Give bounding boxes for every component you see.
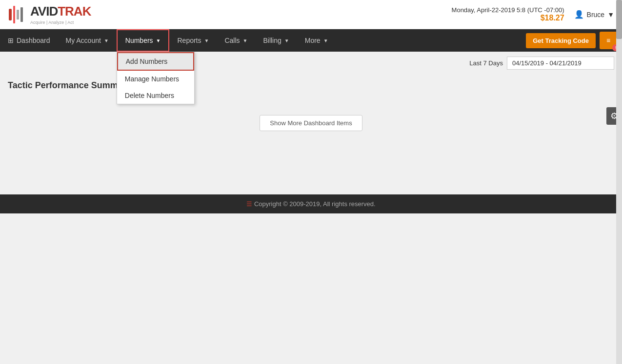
logo-area: AVIDTRAK Acquire | Analyze | Act: [8, 4, 91, 25]
reports-caret: ▼: [204, 38, 209, 43]
svg-rect-1: [13, 6, 15, 23]
nav-billing[interactable]: Billing ▼: [255, 29, 297, 52]
scrollbar-thumb[interactable]: [616, 0, 622, 39]
numbers-caret: ▼: [156, 38, 161, 43]
logo-brand: AVIDTRAK: [30, 4, 91, 19]
footer-icon: ☰: [246, 200, 252, 208]
footer: ☰ Copyright © 2009-2019, All rights rese…: [0, 194, 622, 213]
scrollbar[interactable]: [616, 0, 622, 213]
dropdown-add-numbers[interactable]: Add Numbers: [117, 52, 194, 71]
account-balance: $18.27: [452, 14, 564, 22]
nav-billing-label: Billing: [263, 37, 281, 44]
nav-myaccount-label: My Account: [66, 37, 101, 44]
copyright-text: Copyright © 2009-2019, All rights reserv…: [254, 200, 376, 208]
top-header: AVIDTRAK Acquire | Analyze | Act Monday,…: [0, 0, 622, 29]
date-range-label: Last 7 Days: [469, 59, 503, 67]
user-menu[interactable]: 👤 Bruce ▼: [574, 10, 614, 19]
svg-rect-2: [17, 10, 19, 19]
nav-calls-label: Calls: [224, 37, 240, 44]
datetime: Monday, April-22-2019 5:8 (UTC -07:00): [452, 6, 564, 14]
content-area: Last 7 Days Tactic Performance Summary S…: [0, 52, 622, 155]
nav-numbers-label: Numbers: [125, 37, 153, 44]
billing-caret: ▼: [284, 38, 289, 43]
datetime-balance: Monday, April-22-2019 5:8 (UTC -07:00) $…: [452, 6, 564, 22]
nav-more[interactable]: More ▼: [297, 29, 336, 52]
nav-calls[interactable]: Calls ▼: [217, 29, 255, 52]
dashboard-icon: ⊞: [8, 37, 14, 44]
nav-right: Get Tracking Code ≡ !: [526, 29, 622, 52]
calls-caret: ▼: [243, 38, 248, 43]
logo-icon: [8, 5, 27, 24]
notification-icon: ≡: [606, 37, 610, 44]
svg-rect-3: [20, 7, 23, 22]
tracking-code-button[interactable]: Get Tracking Code: [526, 33, 596, 48]
user-dropdown-caret: ▼: [607, 11, 614, 19]
nav-numbers[interactable]: Numbers ▼: [117, 29, 170, 52]
nav-dashboard-label: Dashboard: [17, 37, 50, 44]
show-more-button[interactable]: Show More Dashboard Items: [260, 115, 362, 131]
dropdown-delete-numbers[interactable]: Delete Numbers: [117, 87, 194, 104]
header-right: Monday, April-22-2019 5:8 (UTC -07:00) $…: [452, 6, 614, 22]
nav-dashboard[interactable]: ⊞ Dashboard: [0, 29, 58, 52]
more-caret: ▼: [323, 38, 328, 43]
svg-rect-0: [9, 9, 12, 20]
date-range-input[interactable]: [507, 57, 614, 70]
user-icon: 👤: [574, 10, 584, 19]
myaccount-caret: ▼: [104, 38, 109, 43]
dropdown-manage-numbers[interactable]: Manage Numbers: [117, 71, 194, 87]
section-title: Tactic Performance Summary: [8, 74, 614, 96]
user-name: Bruce: [587, 11, 605, 19]
numbers-dropdown: Add Numbers Manage Numbers Delete Number…: [117, 52, 195, 104]
nav-myaccount[interactable]: My Account ▼: [58, 29, 117, 52]
nav-reports[interactable]: Reports ▼: [169, 29, 217, 52]
logo-tagline: Acquire | Analyze | Act: [30, 20, 91, 25]
nav-numbers-wrapper: Numbers ▼ Add Numbers Manage Numbers Del…: [117, 29, 170, 52]
nav-more-label: More: [305, 37, 321, 44]
filter-bar: Last 7 Days: [8, 57, 614, 70]
notifications-button[interactable]: ≡ !: [600, 32, 617, 49]
nav-reports-label: Reports: [177, 37, 201, 44]
navbar: ⊞ Dashboard My Account ▼ Numbers ▼ Add N…: [0, 29, 622, 52]
